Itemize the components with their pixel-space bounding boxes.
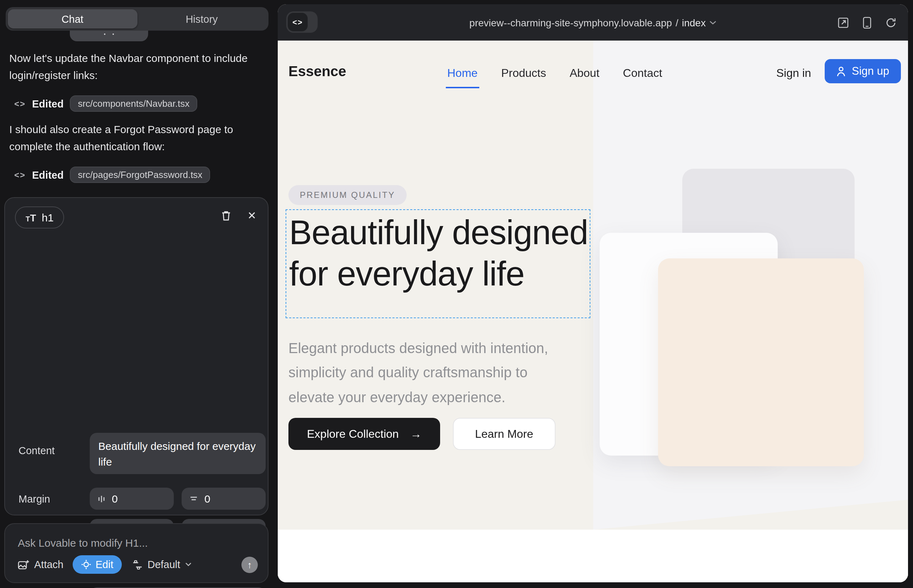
nav-link-about[interactable]: About	[570, 67, 600, 80]
chat-history-tabs: Chat History	[6, 7, 269, 31]
tag-name: h1	[42, 212, 53, 223]
chevron-down-icon	[185, 562, 191, 567]
site-logo[interactable]: Essence	[288, 63, 346, 80]
sign-up-button[interactable]: Sign up	[825, 59, 900, 83]
explore-collection-button[interactable]: Explore Collection →	[288, 418, 440, 450]
edited-label: Edited	[32, 169, 64, 181]
refresh-icon[interactable]	[885, 17, 897, 28]
file-chip[interactable]: src/components/Navbar.tsx	[70, 95, 197, 112]
open-external-icon[interactable]	[837, 17, 849, 28]
preview-browser-bar: <> preview--charming-site-symphony.lovab…	[278, 4, 908, 40]
edited-file-row: <> Edited src/pages/ForgotPassword.tsx	[14, 166, 210, 183]
selected-element-tag[interactable]: TT h1	[15, 207, 65, 228]
target-icon	[81, 559, 91, 570]
sliders-icon	[133, 560, 142, 569]
attach-button[interactable]: Attach	[18, 559, 63, 570]
site-page: Essence Home Products About Contact Sign…	[278, 40, 908, 582]
margin-y-input[interactable]: 0	[181, 488, 265, 510]
code-icon: <>	[14, 99, 26, 108]
nav-link-contact[interactable]: Contact	[623, 67, 662, 80]
chat-composer: Ask Lovable to modify H1... Attach	[4, 523, 269, 583]
preview-window: <> preview--charming-site-symphony.lovab…	[278, 4, 908, 582]
nav-link-home[interactable]: Home	[447, 67, 478, 80]
assistant-message: I should also create a Forgot Password p…	[9, 121, 263, 155]
app-root: Chat History Now let's update the Navbar…	[0, 0, 913, 588]
preview-url: preview--charming-site-symphony.lovable.…	[469, 17, 672, 28]
file-chip[interactable]: src/pages/ForgotPassword.tsx	[70, 166, 210, 183]
learn-more-button[interactable]: Learn More	[453, 418, 555, 450]
tab-history[interactable]: History	[137, 9, 266, 29]
default-mode-select[interactable]: Default	[133, 559, 191, 570]
send-button[interactable]: ↑	[241, 556, 258, 573]
composer-input[interactable]: Ask Lovable to modify H1...	[18, 537, 148, 549]
chevron-down-icon	[709, 20, 716, 24]
site-navbar: Essence Home Products About Contact Sign…	[278, 40, 908, 105]
edited-file-row: <> Edited src/components/Navbar.tsx	[14, 95, 197, 112]
decorative-beige-card	[658, 258, 864, 466]
margin-horizontal-icon	[97, 494, 105, 503]
hero-heading[interactable]: Beautifully designed for everyday life	[289, 212, 591, 295]
arrow-right-icon: →	[410, 428, 422, 440]
hero-description: Elegant products designed with intention…	[288, 336, 568, 409]
nav-link-products[interactable]: Products	[501, 67, 546, 80]
trash-icon	[221, 210, 232, 221]
edited-label: Edited	[32, 98, 64, 109]
person-icon	[836, 66, 846, 76]
assistant-message: Now let's update the Navbar component to…	[9, 50, 263, 84]
url-separator: /	[675, 17, 678, 28]
margin-vertical-icon	[189, 495, 198, 502]
partially-hidden-chip	[70, 31, 148, 41]
element-editor-panel: TT h1 ✕ Content Beautifully designed for…	[4, 197, 269, 515]
close-panel-button[interactable]: ✕	[248, 209, 256, 222]
sign-in-link[interactable]: Sign in	[776, 67, 811, 80]
url-bar[interactable]: preview--charming-site-symphony.lovable.…	[278, 4, 908, 40]
attach-image-icon	[18, 559, 29, 570]
code-icon: <>	[14, 170, 26, 180]
content-input[interactable]: Beautifully designed for everyday life	[90, 433, 265, 474]
content-label: Content	[18, 445, 55, 456]
mobile-device-icon[interactable]	[863, 16, 872, 29]
edit-mode-button[interactable]: Edit	[73, 555, 122, 574]
chat-sidebar: Chat History Now let's update the Navbar…	[0, 0, 274, 588]
tab-chat[interactable]: Chat	[8, 9, 137, 29]
margin-label: Margin	[18, 493, 50, 505]
margin-x-input[interactable]: 0	[90, 488, 174, 510]
typography-icon: TT	[26, 213, 36, 223]
premium-quality-badge: PREMIUM QUALITY	[288, 185, 407, 205]
delete-element-button[interactable]	[221, 210, 232, 221]
url-page: index	[682, 17, 706, 28]
next-section-band	[278, 530, 908, 582]
